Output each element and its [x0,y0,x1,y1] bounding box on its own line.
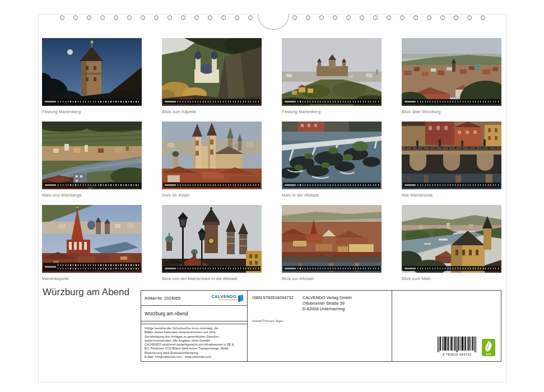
thumbnail-caption: Alte Mainbrücke [402,193,501,198]
thumbnail-12: Blick zum Main [402,205,501,284]
calvendo-book-icon [238,295,244,302]
barcode-number: 9 783516 094732 [443,353,472,356]
photo-river-church-view [402,205,501,273]
product-info-box: Artikel-Nr. 2024065 CALVENDO Würzburg am… [141,290,501,362]
calendar-strip [163,183,261,188]
thumbnail-photo [162,122,262,189]
thumbnail-caption: Marienkapelle [42,276,142,281]
publisher-address: CALVENDO Verlag GmbH Ottobrunner Straße … [303,295,352,311]
thumbnail-11: Blick zur Altstadt [282,205,382,284]
thumbnail-caption: Blick über Würzburg [402,109,501,114]
photo-lanterns-towers [162,205,262,273]
ean-barcode: 9 783516 094732 [437,337,477,356]
calvendo-logo: CALVENDO [211,295,244,302]
calendar-strip [163,99,261,104]
calvendo-wordmark: CALVENDO [211,295,236,301]
publisher-name: CALVENDO Verlag GmbH [303,295,352,301]
calendar-strip [283,266,380,271]
photo-fortress-hill [282,38,382,106]
photo-river-weir [282,122,382,189]
photo-river-vineyards [42,122,142,189]
thumbnail-photo [162,205,262,273]
calendar-strip [403,99,500,104]
thumbnail-8: Alte Mainbrücke [402,122,501,200]
thumbnail-photo [402,122,501,189]
photo-old-town-sunset [282,205,382,273]
calendar-strip [43,99,141,104]
calendar-title-cell: Würzburg am Abend [141,306,247,321]
photo-kaepelle-church [162,38,262,106]
thumbnail-caption: Blick von der Mainbrücke in die Altstadt [162,276,262,281]
thumbnail-caption: Dom St. Kilian [162,193,262,198]
thumbnail-1: Festung Marienberg [42,38,142,117]
thumbnail-photo [402,38,501,106]
calendar-strip [403,183,500,188]
isbn: ISBN 9783516094732 [252,295,294,311]
calendar-strip [403,266,500,271]
info-left-column: Artikel-Nr. 2024065 CALVENDO Würzburg am… [141,291,248,361]
binding-holes-left [55,15,257,21]
calendar-strip [283,99,380,104]
thumbnail-caption: Blick zum Main [402,276,501,281]
thumbnail-9: Marienkapelle [42,205,142,284]
calendar-strip [283,183,380,188]
info-middle-column: ISBN 9783516094732 CALVENDO Verlag GmbH … [248,291,392,361]
thumbnail-5: Main und Weinberge [42,122,142,200]
thumbnail-photo [42,122,142,189]
publisher-city: D-82008 Unterhaching [303,306,352,312]
thumbnail-caption: Main und Weinberge [42,193,142,198]
thumbnail-6: Dom St. Kilian [162,122,262,200]
thumbnail-photo [282,205,382,273]
author-credit: Anette/Thomas Jäger [252,319,387,323]
calendar-strip [43,183,141,188]
thumbnail-photo [282,122,382,189]
info-right-column: 9 783516 094732 eco [392,291,501,361]
thumbnail-caption: Festung Marienberg [42,109,142,114]
thumbnail-photo [42,205,142,273]
page-title: Würzburg am Abend [43,287,129,298]
article-number: Artikel-Nr. 2024065 [145,296,180,301]
thumbnail-photo [162,38,262,106]
calendar-strip [43,263,141,271]
thumbnail-10: Blick von der Mainbrücke in die Altstadt [162,205,262,284]
thumbnail-7: Main in der Altstadt [282,122,382,200]
thumbnail-photo [402,205,501,273]
photo-old-main-bridge [402,122,501,189]
article-number-cell: Artikel-Nr. 2024065 CALVENDO [141,291,247,306]
photo-cathedral-twin-towers [162,122,262,189]
thumbnail-caption: Blick zur Altstadt [282,276,382,281]
thumbnail-caption: Main in der Altstadt [282,193,382,198]
eco-logo: eco [482,339,495,356]
barcode-bars [437,337,477,352]
svg-text:eco: eco [486,352,491,356]
thumbnail-grid: Festung Marienberg [42,38,501,284]
thumbnail-3: Festung Marienberg [282,38,382,117]
photo-festung-tower-dusk [42,38,142,106]
publisher-street: Ottobrunner Straße 39 [303,301,352,306]
thumbnail-2: Blick zum Käpelle [162,38,262,117]
thumbnail-caption: Blick zum Käpelle [162,109,262,114]
photo-city-panorama [402,38,501,106]
thumbnail-caption: Festung Marienberg [282,109,382,114]
binding-holes-right [288,15,490,21]
thumbnail-4: Blick über Würzburg [402,38,501,117]
thumbnail-photo [282,38,382,106]
thumbnail-photo [42,38,142,106]
calendar-strip [163,266,261,271]
calvendo-tagline-rule [218,300,236,301]
legal-text: Infolge bestehender Schutzrechte ist es … [141,324,247,361]
